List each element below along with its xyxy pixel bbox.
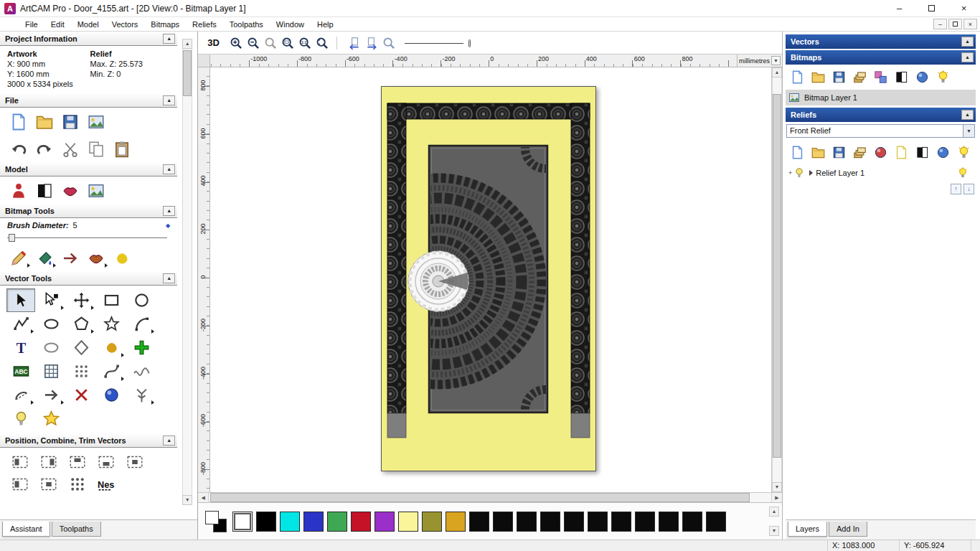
canvas-vscroll-thumb[interactable]: [773, 94, 781, 458]
texture-flow-icon[interactable]: [97, 336, 126, 359]
relief-clipart-icon[interactable]: [6, 179, 32, 202]
spread-vectors-icon[interactable]: [6, 473, 34, 495]
mdi-restore-button[interactable]: [948, 19, 962, 29]
bitmap-tools-collapse-button[interactable]: ▲: [163, 206, 175, 216]
flood-fill-icon[interactable]: [32, 246, 57, 270]
magic-wand-icon[interactable]: [37, 407, 65, 430]
relief-select-dropdown-icon[interactable]: ▼: [963, 125, 974, 137]
menu-edit[interactable]: Edit: [44, 19, 71, 30]
new-bitmap-layer-icon[interactable]: [787, 67, 808, 86]
create-diamond-icon[interactable]: [67, 336, 95, 359]
vector-tools-collapse-button[interactable]: ▲: [163, 273, 175, 283]
move-layer-down-button[interactable]: ↓: [963, 184, 974, 194]
canvas-scroll-down-icon[interactable]: ▼: [772, 482, 782, 492]
create-text-icon[interactable]: [6, 336, 35, 359]
bitmaps-section-header[interactable]: Bitmaps ▲: [786, 50, 976, 65]
open-relief-icon[interactable]: [808, 143, 829, 161]
align-bottom-icon[interactable]: [92, 451, 121, 473]
bitmap-layer-row[interactable]: Bitmap Layer 1: [786, 90, 976, 105]
merge-relief-layers-icon[interactable]: [849, 143, 870, 161]
cut-icon[interactable]: [57, 137, 83, 161]
relief-visibility-icon[interactable]: [953, 143, 974, 161]
left-tab-toolpaths[interactable]: Toolpaths: [52, 522, 101, 537]
relief-layer-add-icon[interactable]: +: [788, 169, 792, 176]
palette-scrollbar[interactable]: ▲ ▼: [769, 507, 779, 536]
close-button[interactable]: ×: [948, 0, 980, 17]
align-left-icon[interactable]: [6, 451, 34, 473]
invert-relief-icon[interactable]: [912, 143, 933, 161]
paint-selective-icon[interactable]: [83, 246, 109, 270]
file-section-collapse-button[interactable]: ▲: [163, 95, 175, 105]
scroll-up-icon[interactable]: ▲: [182, 39, 192, 49]
new-relief-layer-icon[interactable]: [787, 143, 808, 161]
spread-dots-icon[interactable]: [63, 473, 92, 495]
create-circle-icon[interactable]: [127, 288, 156, 312]
align-center-h-icon[interactable]: [34, 451, 63, 473]
undo-icon[interactable]: [6, 137, 32, 161]
paste-icon[interactable]: [109, 137, 135, 161]
align-top-icon[interactable]: [63, 451, 92, 473]
move-layer-up-button[interactable]: ↑: [951, 184, 961, 194]
left-scroll-thumb[interactable]: [183, 50, 192, 96]
palette-swatch-20[interactable]: [706, 512, 726, 532]
measure-wave-icon[interactable]: [127, 359, 156, 383]
pan-page-right-icon[interactable]: [363, 34, 380, 51]
palette-swatch-5[interactable]: [351, 512, 371, 532]
menu-model[interactable]: Model: [71, 19, 105, 30]
greyscale-toggle-icon[interactable]: [891, 67, 912, 86]
zoom-previous-icon[interactable]: [262, 34, 279, 51]
menu-file[interactable]: File: [19, 19, 44, 30]
palette-swatch-17[interactable]: [635, 512, 655, 532]
switch-3d-view-button[interactable]: 3D: [202, 34, 225, 51]
project-information-collapse-button[interactable]: ▲: [163, 34, 175, 44]
lamp-tool-icon[interactable]: [6, 407, 35, 430]
node-curve-icon[interactable]: [97, 359, 126, 383]
transform-vectors-icon[interactable]: [67, 288, 95, 312]
arc-segment-icon[interactable]: [6, 383, 35, 407]
open-bitmap-icon[interactable]: [808, 67, 829, 86]
canvas-scroll-left-icon[interactable]: ◀: [198, 493, 209, 502]
line-width-handle[interactable]: [468, 39, 471, 47]
menu-reliefs[interactable]: Reliefs: [186, 19, 223, 30]
palette-swatch-8[interactable]: [422, 512, 442, 532]
greyscale-model-icon[interactable]: [32, 179, 57, 202]
palette-swatch-14[interactable]: [564, 512, 584, 532]
left-panel-scrollbar[interactable]: ▲ ▼: [182, 39, 192, 505]
position-combine-collapse-button[interactable]: ▲: [163, 435, 175, 446]
save-bitmap-icon[interactable]: [829, 67, 849, 86]
relief-visibility-bulb-icon[interactable]: [957, 167, 969, 179]
create-ellipse-icon[interactable]: [37, 312, 65, 336]
palette-swatch-11[interactable]: [493, 512, 513, 532]
save-relief-icon[interactable]: [829, 143, 849, 161]
palette-swatch-4[interactable]: [327, 512, 347, 532]
reliefs-collapse-button[interactable]: ▲: [961, 110, 974, 120]
join-move-icon[interactable]: [37, 383, 65, 407]
create-rectangle-icon[interactable]: [97, 288, 126, 312]
primary-colour-swatch[interactable]: [205, 511, 219, 524]
block-copy-dots-icon[interactable]: [67, 359, 95, 383]
line-width-slider[interactable]: [405, 38, 471, 48]
reliefs-section-header[interactable]: Reliefs ▲: [786, 108, 976, 122]
mdi-close-button[interactable]: ×: [963, 19, 977, 29]
scroll-down-icon[interactable]: ▼: [182, 495, 192, 505]
ruler-unit-dropdown-icon[interactable]: ▼: [771, 56, 781, 65]
palette-swatch-15[interactable]: [588, 512, 608, 532]
relief-select-combobox[interactable]: Front Relief ▼: [786, 124, 975, 138]
model-section-collapse-button[interactable]: ▲: [163, 164, 175, 174]
palette-scroll-up-icon[interactable]: ▲: [769, 507, 779, 517]
palette-swatch-12[interactable]: [517, 512, 537, 532]
menu-vectors[interactable]: Vectors: [105, 19, 145, 30]
palette-swatch-9[interactable]: [446, 512, 466, 532]
palette-swatch-18[interactable]: [659, 512, 679, 532]
left-tab-assistant[interactable]: Assistant: [2, 522, 50, 537]
palette-swatch-10[interactable]: [469, 512, 489, 532]
palette-swatch-2[interactable]: [280, 512, 300, 532]
create-polyline-icon[interactable]: [6, 312, 35, 336]
nest-vectors-icon[interactable]: [92, 473, 121, 495]
create-arc-icon[interactable]: [127, 312, 156, 336]
right-tab-add-in[interactable]: Add In: [829, 522, 867, 537]
relief-layer-expand-icon[interactable]: [809, 170, 813, 176]
clear-bitmap-layer-icon[interactable]: [912, 67, 933, 86]
picture-model-icon[interactable]: [83, 179, 109, 202]
node-editing-icon[interactable]: [37, 288, 65, 312]
